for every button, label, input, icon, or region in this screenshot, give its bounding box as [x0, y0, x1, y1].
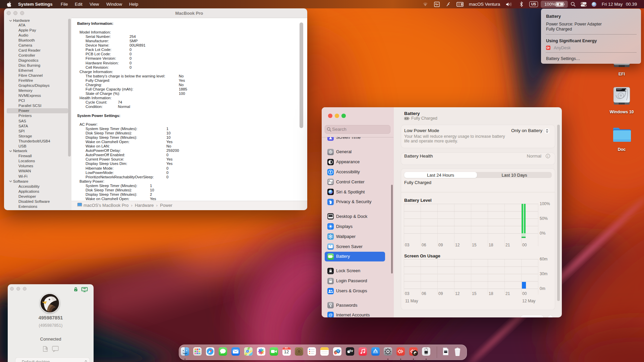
svg-text:@: @	[328, 313, 333, 317]
